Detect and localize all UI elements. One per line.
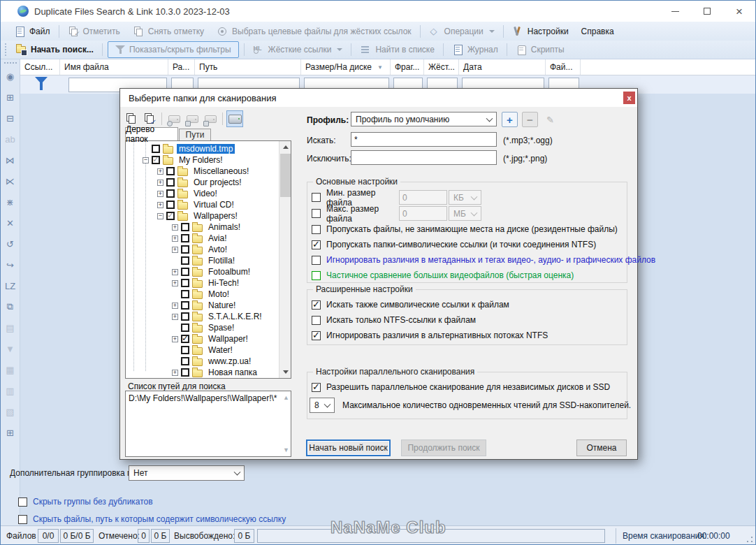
- expander-icon[interactable]: [143, 157, 149, 164]
- checkbox[interactable]: [312, 256, 321, 265]
- tree-item[interactable]: Wallpaper!: [126, 333, 280, 344]
- filter-funnel-icon[interactable]: [34, 76, 48, 92]
- option-checkbox-row[interactable]: Искать также символические ссылки к файл…: [312, 297, 627, 312]
- checkbox[interactable]: [312, 331, 321, 340]
- network-drives-icon[interactable]: [184, 110, 201, 127]
- tree-item[interactable]: Miscellaneous!: [126, 166, 280, 177]
- dialog-title-bar[interactable]: Выберите папки для сканирования: [120, 89, 637, 107]
- menu-choose-hardlink-targets[interactable]: Выбрать целевые файлы для жёстких ссылок: [210, 23, 418, 40]
- compare-grid-icon[interactable]: ⊞: [3, 426, 17, 439]
- checkbox[interactable]: [312, 240, 321, 249]
- column-header[interactable]: Фай...: [546, 59, 581, 75]
- toolbar-grip[interactable]: [4, 62, 17, 64]
- tree-item[interactable]: Moto!: [126, 289, 280, 300]
- menu-file[interactable]: Файл: [8, 23, 57, 40]
- menu-help[interactable]: Справка: [575, 23, 620, 40]
- menu-settings[interactable]: Настройки: [506, 23, 575, 40]
- tree-checkbox[interactable]: [181, 223, 189, 231]
- hide-groups-checkbox[interactable]: Скрыть группы без дубликатов: [18, 497, 153, 507]
- scripts-button[interactable]: Скрипты: [509, 41, 571, 58]
- column-header[interactable]: Дата: [459, 59, 546, 75]
- scroll-down-icon[interactable]: [279, 366, 291, 378]
- tree-checkbox[interactable]: [181, 346, 189, 354]
- menu-operations[interactable]: Операции: [423, 23, 501, 40]
- tree-item[interactable]: Hi-Tech!: [126, 277, 280, 289]
- column-header[interactable]: Фраг...: [391, 59, 424, 75]
- tree-item[interactable]: Avto!: [126, 244, 280, 255]
- ssd-reads-select[interactable]: 8: [310, 398, 335, 413]
- expander-icon[interactable]: [172, 314, 178, 320]
- menu-unmark[interactable]: Снять отметку: [126, 23, 210, 40]
- expander-icon[interactable]: [172, 336, 178, 342]
- tree-item[interactable]: Spase!: [126, 322, 280, 333]
- tree-item[interactable]: Video!: [126, 188, 280, 199]
- recycle-icon[interactable]: ↺: [3, 237, 17, 251]
- scroll-up-icon[interactable]: ▲: [283, 394, 289, 401]
- option-checkbox-row[interactable]: Частичное сравнение больших видеофайлов …: [312, 268, 627, 283]
- expander-icon[interactable]: [172, 247, 178, 253]
- start-new-search-button[interactable]: Начать новый поиск: [306, 439, 391, 456]
- column-header[interactable]: Жёст...: [424, 59, 459, 75]
- expander-icon[interactable]: [172, 303, 178, 309]
- paths-list[interactable]: D:\My Folders!\Wallpapers!\Wallpaper!\* …: [125, 391, 291, 457]
- maximize-button[interactable]: [691, 1, 723, 22]
- column-header[interactable]: Имя файла: [60, 59, 168, 75]
- rename-icon[interactable]: ab: [3, 132, 17, 146]
- tree-checkbox[interactable]: [166, 212, 175, 220]
- tree-item[interactable]: msdownld.tmp: [126, 143, 280, 154]
- dialog-close-button[interactable]: [623, 92, 635, 104]
- expander-icon[interactable]: [157, 168, 163, 175]
- profile-add-button[interactable]: +: [502, 112, 518, 127]
- checkbox[interactable]: [312, 316, 321, 325]
- checkbox[interactable]: [312, 383, 321, 392]
- tree-checkbox[interactable]: [181, 324, 189, 332]
- tree-checkbox[interactable]: [181, 357, 189, 365]
- tree-item[interactable]: Virtual CD!: [126, 199, 280, 210]
- tree-item[interactable]: My Folders!: [126, 154, 280, 166]
- tree-checkbox[interactable]: [181, 335, 189, 343]
- option-checkbox-row[interactable]: Игнорировать различия в альтернативных п…: [312, 328, 627, 343]
- copy-list-icon[interactable]: ⧉: [3, 300, 17, 314]
- min-size-unit-select[interactable]: КБ: [449, 190, 481, 205]
- preview-eye-icon[interactable]: ◉: [3, 69, 17, 83]
- local-drives-icon[interactable]: [226, 110, 243, 127]
- cancel-button[interactable]: Отмена: [576, 439, 627, 456]
- tree-item[interactable]: S.T.A.L.K.E.R!: [126, 311, 280, 322]
- scrollbar-thumb[interactable]: [280, 154, 291, 197]
- expander-icon[interactable]: [172, 280, 178, 286]
- profile-edit-button[interactable]: ✎: [542, 112, 558, 127]
- toolbar-grip[interactable]: [5, 43, 6, 56]
- tree-item[interactable]: Flotilla!: [126, 255, 280, 266]
- symlink-folder-icon[interactable]: ⋉: [3, 174, 17, 188]
- tree-item[interactable]: www.zp.ua!: [126, 356, 280, 367]
- scroll-up-icon[interactable]: [279, 141, 291, 153]
- min-size-input[interactable]: [399, 190, 447, 205]
- media-check-icon[interactable]: ▤: [3, 321, 17, 335]
- expander-icon[interactable]: [172, 224, 178, 231]
- option-checkbox-row[interactable]: Искать только NTFS-ссылки к файлам: [312, 312, 627, 328]
- tree-item[interactable]: Animals!: [126, 221, 280, 233]
- column-header[interactable]: Ра...: [168, 59, 195, 75]
- menu-mark[interactable]: ✓ Отметить: [61, 23, 126, 40]
- grouping-select[interactable]: Нет: [129, 465, 245, 481]
- checkbox[interactable]: [312, 225, 321, 234]
- tree-scrollbar[interactable]: [279, 141, 291, 378]
- expander-icon[interactable]: [157, 213, 163, 219]
- expander-icon[interactable]: [157, 191, 163, 197]
- profile-remove-button[interactable]: −: [522, 112, 538, 127]
- max-size-checkbox[interactable]: [312, 209, 321, 218]
- option-checkbox-row[interactable]: Пропускать файлы, не занимающие места на…: [312, 221, 627, 237]
- tree-item[interactable]: Wallpapers!: [126, 210, 280, 221]
- tree-checkbox[interactable]: [181, 268, 189, 276]
- tree-item[interactable]: Fotoalbum!: [126, 266, 280, 277]
- profile-select[interactable]: Профиль по умолчанию: [351, 112, 497, 126]
- tree-checkbox[interactable]: [166, 167, 175, 175]
- media-strip-icon[interactable]: ▦: [3, 363, 17, 377]
- column-header[interactable]: Ссыл...: [20, 59, 60, 75]
- max-size-unit-select[interactable]: МБ: [449, 206, 481, 221]
- start-search-button[interactable]: Начать поиск...: [9, 41, 100, 58]
- minimize-button[interactable]: [659, 1, 691, 22]
- search-mask-input[interactable]: [351, 132, 497, 147]
- media-list-icon[interactable]: ▥: [3, 384, 17, 398]
- parallel-scan-checkbox-row[interactable]: Разрешить параллельное сканирование для …: [312, 379, 627, 395]
